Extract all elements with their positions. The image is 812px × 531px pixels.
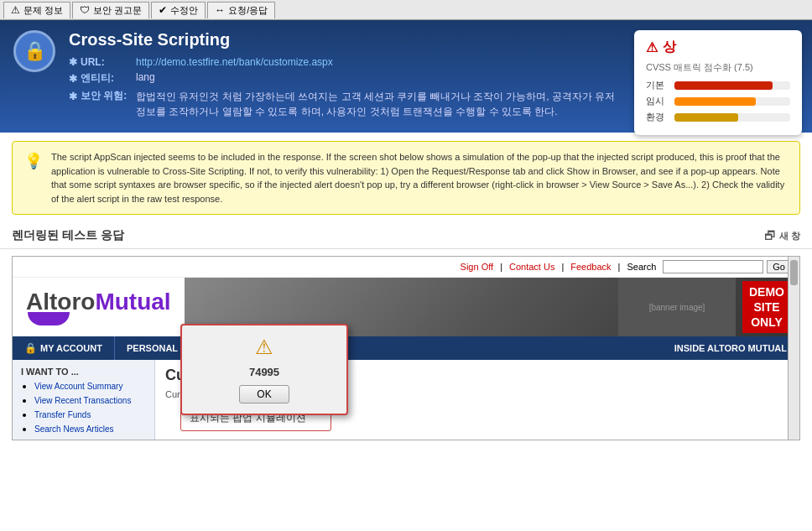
cvss-subtitle: CVSS 매트릭 점수화 (7.5) [646,61,790,74]
altoro-text: Altoro [26,289,95,315]
menu-personal[interactable]: PERSONAL [115,336,190,360]
menu-personal-label: PERSONAL [127,343,178,353]
altoro-menu: 🔒 MY ACCOUNT PERSONAL INSIDE ALTORO MUTU… [13,336,799,360]
cvss-panel: ⚠ 상 CVSS 매트릭 점수화 (7.5) 기본 임시 [634,30,802,135]
cvss-bar-base: 기본 [646,79,790,91]
new-window-button[interactable]: 🗗 새 창 [764,229,800,242]
new-window-label: 새 창 [779,230,800,242]
altoro-content: I WANT TO ... View Account Summary View … [13,360,799,440]
nav-search-input[interactable] [663,260,763,273]
menu-inside-altoro[interactable]: INSIDE ALTORO MUTUAL [663,336,799,360]
nav-search: Go [663,260,791,273]
tab-fix-label: 수정안 [170,4,198,17]
cvss-bar-env-fill [674,113,738,122]
contact-us-link[interactable]: Contact Us [509,262,554,272]
sidebar-heading: I WANT TO ... [21,367,146,377]
menu-my-account-label: MY ACCOUNT [40,343,102,353]
sidebar-link-item: View Recent Transactions [34,394,146,406]
lock-icon: 🔒 [24,342,37,354]
sign-off-link[interactable]: Sign Off [461,262,494,272]
alert-dialog: ⚠ 74995 OK [180,324,348,415]
altoro-nav: Sign Off | Contact Us | Feedback | Searc… [13,257,799,278]
nav-sep3: | [618,262,621,272]
demo-badge: DEMO SITE ONLY [742,281,791,334]
cvss-bar-temp-fill [674,97,756,106]
sidebar-link-item: Search News Articles [34,423,146,435]
menu-my-account[interactable]: 🔒 MY ACCOUNT [13,336,115,360]
issue-header: 🔒 Cross-Site Scripting ✱ URL: http://dem… [0,20,812,133]
tab-bar: ⚠ 문제 정보 🛡 보안 권고문 ✔ 수정안 ↔ 요청/응답 [0,0,812,20]
tab-issue-info[interactable]: ⚠ 문제 정보 [3,2,70,18]
cvss-alert-icon: ⚠ [646,39,658,55]
feedback-link[interactable]: Feedback [570,262,611,272]
arrows-icon: ↔ [215,4,225,16]
altoro-logo-text: AltoroMutual [26,289,171,325]
scrollbar-thumb[interactable] [790,260,798,285]
star-icon2: ✱ [69,73,77,85]
cvss-bar-base-track [674,81,790,90]
risk-text: 합법적인 유저인것 처럼 가장하는데 쓰여지는 고객 세션과 쿠키를 빼내거나 … [136,89,622,119]
check-icon: ✔ [159,4,167,16]
cvss-severity: 상 [663,39,676,56]
cvss-title: ⚠ 상 [646,39,790,56]
altoro-logo: AltoroMutual [13,278,185,336]
banner-photo: [banner image] [618,278,736,336]
section-title: 렌더링된 테스트 응답 🗗 새 창 [0,223,812,249]
warning-icon: ⚠ [11,4,20,16]
entity-value: lang [136,71,155,83]
mutual-text: Mutual [95,289,170,315]
view-account-summary-link[interactable]: View Account Summary [34,382,122,391]
star-icon3: ✱ [69,91,77,102]
cvss-bar-temp-track [674,97,790,106]
tab-issue-info-label: 문제 정보 [23,4,63,17]
main-container: 🔒 Cross-Site Scripting ✱ URL: http://dem… [0,20,812,531]
banner-placeholder: [banner image] [649,303,705,312]
tab-request-response[interactable]: ↔ 요청/응답 [207,2,275,18]
alert-ok-button[interactable]: OK [239,385,289,403]
new-window-icon: 🗗 [764,229,776,242]
nav-sep2: | [561,262,564,272]
warning-text: The script AppScan injected seems to be … [51,150,788,206]
alert-value: 74995 [249,366,279,378]
risk-label: ✱ 보안 위험: [69,89,136,103]
url-value: http://demo.testfire.net/bank/customize.… [136,56,333,68]
warning-box: 💡 The script AppScan injected seems to b… [12,141,800,215]
view-recent-transactions-link[interactable]: View Recent Transactions [34,396,131,405]
transfer-funds-link[interactable]: Transfer Funds [34,410,91,419]
section-title-text: 렌더링된 테스트 응답 [12,228,124,243]
cvss-bar-base-fill [674,81,773,90]
cvss-bar-temp: 임시 [646,95,790,107]
warning-bulb-icon: 💡 [24,152,43,206]
cvss-bars: 기본 임시 환경 [646,79,790,123]
tab-request-response-label: 요청/응답 [228,4,268,17]
search-news-link[interactable]: Search News Articles [34,424,113,434]
nav-sep1: | [500,262,502,272]
alert-warning-icon: ⚠ [255,336,273,359]
menu-inside-altoro-label: INSIDE ALTORO MUTUAL [674,343,787,353]
cvss-bar-env: 환경 [646,111,790,123]
browser-simulation: Sign Off | Contact Us | Feedback | Searc… [12,256,800,440]
tab-security-advice-label: 보안 권고문 [93,4,142,17]
cvss-bar-env-track [674,113,790,122]
sidebar-link-item: Transfer Funds [34,409,146,420]
altoro-sidebar: I WANT TO ... View Account Summary View … [13,360,155,440]
url-label: ✱ URL: [69,56,136,68]
entity-label: ✱ 엔티티: [69,71,136,86]
sidebar-link-item: View Account Summary [34,380,146,392]
scrollbar[interactable] [788,257,799,440]
star-icon: ✱ [69,56,77,68]
altoro-header: AltoroMutual [banner image] DEMO SITE ON… [13,278,799,336]
alert-dialog-body: ⚠ 74995 OK [182,325,346,414]
issue-icon: 🔒 [13,30,55,72]
tab-security-advice[interactable]: 🛡 보안 권고문 [72,2,149,18]
shield-icon: 🛡 [80,4,90,16]
sidebar-links: View Account Summary View Recent Transac… [21,380,146,435]
search-label: Search [627,262,656,272]
tab-fix[interactable]: ✔ 수정안 [151,2,206,18]
